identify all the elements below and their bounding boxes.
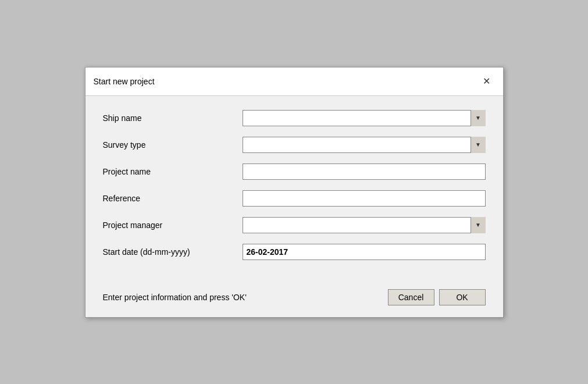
- ship-name-select-wrapper: ▼: [243, 110, 486, 126]
- ship-name-row: Ship name ▼: [103, 110, 486, 126]
- survey-type-select[interactable]: [243, 137, 486, 153]
- start-date-label: Start date (dd-mm-yyyy): [103, 247, 243, 257]
- project-name-input[interactable]: [243, 163, 486, 180]
- dialog-title: Start new project: [94, 77, 155, 86]
- dialog-footer: Enter project information and press 'OK'…: [85, 282, 503, 317]
- footer-buttons: Cancel OK: [388, 289, 486, 305]
- reference-input[interactable]: [243, 190, 486, 207]
- ok-button[interactable]: OK: [439, 289, 486, 305]
- footer-message: Enter project information and press 'OK': [103, 293, 388, 302]
- project-manager-row: Project manager ▼: [103, 217, 486, 233]
- project-manager-select[interactable]: [243, 217, 486, 233]
- survey-type-control: ▼: [243, 137, 486, 153]
- dialog-body: Ship name ▼ Survey type ▼: [85, 96, 503, 282]
- project-name-row: Project name: [103, 163, 486, 180]
- project-name-label: Project name: [103, 167, 243, 176]
- start-date-input[interactable]: [243, 244, 486, 260]
- survey-type-label: Survey type: [103, 140, 243, 150]
- ship-name-control: ▼: [243, 110, 486, 126]
- reference-row: Reference: [103, 190, 486, 207]
- survey-type-select-wrapper: ▼: [243, 137, 486, 153]
- project-manager-label: Project manager: [103, 221, 243, 230]
- reference-control: [243, 190, 486, 207]
- dialog-window: Start new project ✕ Ship name ▼ Survey t…: [85, 67, 504, 318]
- cancel-button[interactable]: Cancel: [388, 289, 434, 305]
- project-manager-select-wrapper: ▼: [243, 217, 486, 233]
- reference-label: Reference: [103, 194, 243, 203]
- start-date-control: [243, 244, 486, 260]
- project-name-control: [243, 163, 486, 180]
- project-manager-control: ▼: [243, 217, 486, 233]
- survey-type-row: Survey type ▼: [103, 137, 486, 153]
- close-button[interactable]: ✕: [479, 73, 495, 90]
- title-bar: Start new project ✕: [85, 67, 503, 96]
- ship-name-select[interactable]: [243, 110, 486, 126]
- ship-name-label: Ship name: [103, 113, 243, 123]
- start-date-row: Start date (dd-mm-yyyy): [103, 244, 486, 260]
